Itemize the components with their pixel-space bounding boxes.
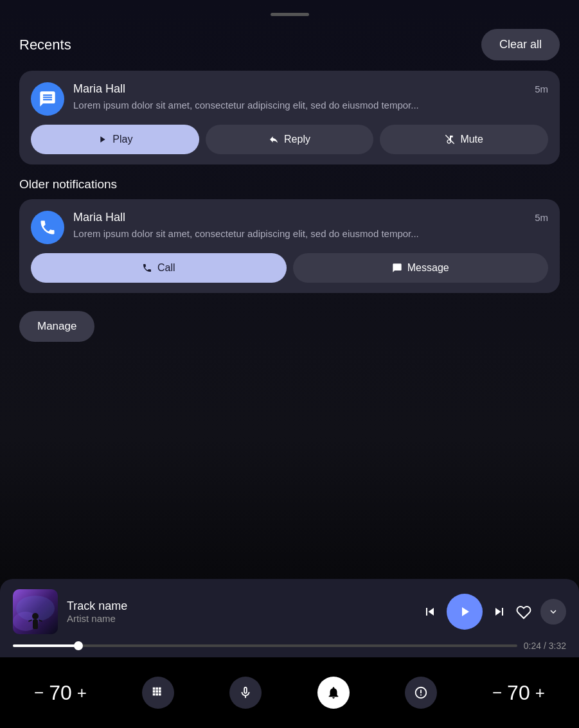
left-volume-plus[interactable]: + bbox=[77, 683, 87, 703]
bell-icon-button[interactable] bbox=[317, 677, 350, 709]
older-notification-card: Maria Hall Lorem ipsum dolor sit amet, c… bbox=[19, 199, 560, 293]
next-button[interactable] bbox=[492, 604, 507, 619]
older-notif-time: 5m bbox=[535, 212, 548, 223]
clear-all-button[interactable]: Clear all bbox=[481, 29, 560, 60]
album-art bbox=[13, 589, 58, 634]
notif-message-text: Lorem ipsum dolor sit amet, consectetur … bbox=[73, 98, 526, 112]
progress-bar[interactable] bbox=[13, 644, 517, 647]
favorite-button[interactable] bbox=[516, 603, 531, 620]
player-main: Track name Artist name bbox=[13, 589, 566, 634]
grid-icon-button[interactable] bbox=[142, 677, 174, 709]
older-notif-message-text: Lorem ipsum dolor sit amet, consectetur … bbox=[73, 227, 526, 240]
music-player: Track name Artist name bbox=[0, 579, 579, 657]
mic-icon-button[interactable] bbox=[229, 677, 262, 709]
right-volume-plus[interactable]: + bbox=[535, 683, 545, 703]
recents-title: Recents bbox=[19, 37, 71, 53]
play-pause-button[interactable] bbox=[447, 594, 483, 630]
svg-rect-5 bbox=[33, 619, 38, 629]
player-controls bbox=[422, 594, 566, 630]
notif-content: Maria Hall Lorem ipsum dolor sit amet, c… bbox=[73, 82, 526, 112]
recent-notification-card: Maria Hall Lorem ipsum dolor sit amet, c… bbox=[19, 71, 560, 164]
fan-icon-button[interactable] bbox=[405, 677, 437, 709]
older-notif-content: Maria Hall Lorem ipsum dolor sit amet, c… bbox=[73, 211, 526, 240]
right-volume-minus[interactable]: − bbox=[492, 683, 502, 703]
avatar bbox=[31, 82, 64, 116]
progress-thumb bbox=[74, 641, 83, 650]
play-button[interactable]: Play bbox=[31, 125, 199, 154]
expand-button[interactable] bbox=[540, 599, 566, 625]
bottom-bar: − 70 + − 70 + bbox=[0, 657, 579, 728]
notif-actions: Play Reply Mute bbox=[31, 125, 548, 154]
reply-button[interactable]: Reply bbox=[206, 125, 374, 154]
notif-sender-name: Maria Hall bbox=[73, 82, 526, 96]
header: Recents Clear all bbox=[19, 29, 560, 60]
progress-bar-container: 0:24 / 3:32 bbox=[13, 641, 566, 651]
right-volume-value: 70 bbox=[507, 681, 530, 705]
manage-button[interactable]: Manage bbox=[19, 311, 94, 342]
left-volume-minus[interactable]: − bbox=[34, 683, 44, 703]
older-notif-actions: Call Message bbox=[31, 253, 548, 283]
svg-point-4 bbox=[32, 613, 39, 619]
right-volume-control: − 70 + bbox=[492, 681, 545, 705]
left-volume-value: 70 bbox=[49, 681, 72, 705]
previous-button[interactable] bbox=[422, 604, 438, 619]
call-button[interactable]: Call bbox=[31, 253, 287, 283]
drag-handle bbox=[271, 13, 309, 16]
track-info: Track name Artist name bbox=[67, 599, 413, 624]
time-display: 0:24 / 3:32 bbox=[524, 641, 566, 651]
progress-fill bbox=[13, 644, 78, 647]
message-button[interactable]: Message bbox=[293, 253, 549, 283]
track-name: Track name bbox=[67, 599, 413, 613]
mute-button[interactable]: Mute bbox=[380, 125, 548, 154]
older-notif-sender-name: Maria Hall bbox=[73, 211, 526, 224]
notif-top: Maria Hall Lorem ipsum dolor sit amet, c… bbox=[31, 82, 548, 116]
older-notif-top: Maria Hall Lorem ipsum dolor sit amet, c… bbox=[31, 211, 548, 244]
left-volume-control: − 70 + bbox=[34, 681, 87, 705]
artist-name: Artist name bbox=[67, 613, 413, 624]
older-avatar bbox=[31, 211, 64, 244]
older-notifications-label: Older notifications bbox=[19, 177, 560, 191]
notif-time: 5m bbox=[535, 84, 548, 94]
